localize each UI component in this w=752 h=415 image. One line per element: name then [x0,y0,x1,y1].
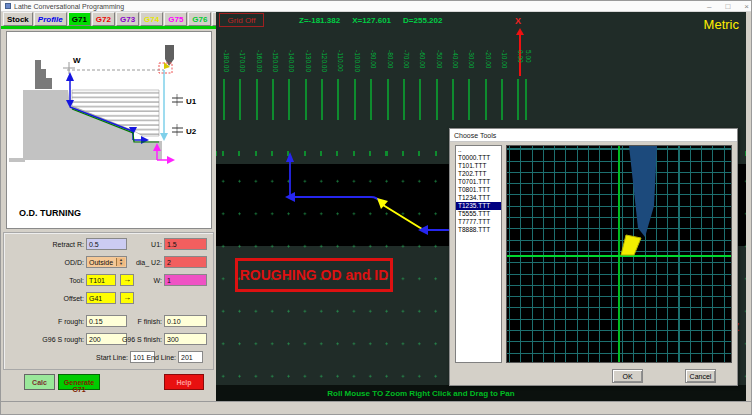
f-finish-field[interactable]: 0.10 [164,315,207,327]
tool-list-item[interactable]: T0701.TTT [456,178,501,186]
tab-g74[interactable]: G74 [140,12,163,26]
s-finish-field[interactable]: 300 [164,333,207,345]
tab-stock[interactable]: Stock [3,12,33,26]
tool-list-item[interactable]: .. [456,146,501,154]
tab-g75[interactable]: G75 [164,12,187,26]
diagram-title: O.D. TURNING [19,208,81,218]
tool-preview [506,145,732,363]
tick-label: -10.00 [501,50,508,68]
generate-g71-button[interactable]: Generate G71 [58,374,100,390]
tool-list-item[interactable]: T5555.TTT [456,210,501,218]
tick-label: -180.00 [223,50,230,72]
tick-label: -90.00 [370,50,377,68]
close-icon[interactable]: × [744,2,749,12]
tick-label: -30.00 [468,50,475,68]
tool-holder [629,146,657,237]
tick-label: -40.00 [452,50,459,68]
cancel-button[interactable]: Cancel [685,369,716,383]
tab-g73[interactable]: G73 [116,12,139,26]
tick-line [321,79,323,120]
readout-x: X=127.601 [352,16,391,25]
tab-bar: StockProfileG71G72G73G74G75G76DXFEdit [1,12,216,26]
tool-insert [621,235,641,255]
tool-list-item[interactable]: T0000.TTT [456,154,501,162]
tick-line [337,79,339,120]
tick-label: -160.00 [256,50,263,72]
tool-list-item[interactable]: T7777.TTT [456,218,501,226]
tick-line [272,79,274,120]
retract-r-label: Retract R: [6,241,84,248]
tab-g71[interactable]: G71 [68,12,91,26]
g71-parameter-form: Retract R: 0.5 U1: 1.5 OD/D: Outside ▲ ▼… [3,232,214,370]
u2-label: U2 [186,127,197,136]
tick-line [387,79,389,120]
tool-field[interactable]: T101 [86,274,116,286]
window-right-edge [746,12,752,401]
tab-g76[interactable]: G76 [188,12,211,26]
tick-line [436,79,438,120]
tick-line [517,79,519,120]
dialog-title: Choose Tools [450,129,737,142]
tick-line [501,79,503,120]
w-label: W [73,56,81,65]
ok-button[interactable]: OK [612,369,643,383]
tool-label: Tool: [6,277,84,284]
offset-label: Offset: [6,295,84,302]
calc-button[interactable]: Calc [24,374,55,390]
tool-list-item[interactable]: T101.TTT [456,162,501,170]
window-title: Lathe Conversational Programming [14,3,124,10]
dia-u2-field[interactable]: 2 [164,256,207,268]
chuck-jaw [35,60,52,89]
left-panel: StockProfileG71G72G73G74G75G76DXFEdit [1,12,216,401]
tool-list-item[interactable]: T8888.TTT [456,226,501,234]
end-line-field[interactable]: 201 [178,351,203,363]
tick-label: -20.00 [485,50,492,68]
tick-label: -50.00 [436,50,443,68]
tick-line [485,79,487,120]
stock-base [9,158,25,162]
tick-label: -130.00 [305,50,312,72]
u1-field-label: U1: [118,241,162,248]
units-label: Metric [704,17,739,32]
minimize-icon[interactable]: – [707,2,711,12]
tool-list-item[interactable]: T202.TTT [456,170,501,178]
w-field[interactable]: 1 [164,274,207,286]
tab-underline [1,26,216,29]
tick-line [419,79,421,120]
tick-line [354,79,356,120]
title-bar: Lathe Conversational Programming – □ × [1,1,752,12]
f-rough-label: F rough: [6,318,84,325]
f-finish-label: F finish: [118,318,162,325]
choose-tools-dialog: Choose Tools ..T0000.TTTT101.TTTT202.TTT… [449,128,738,386]
dia-u2-label: dia_ U2: [118,259,162,266]
tool-list-item[interactable]: T1234.TTT [456,194,501,202]
od-id-label: OD/D: [6,259,84,266]
tick-label: -170.00 [239,50,246,72]
start-line-label: Start Line: [64,354,128,361]
help-button[interactable]: Help [164,374,204,390]
tick-line [370,79,372,120]
position-readout: Z=-181.382 X=127.601 D=255.202 [299,16,442,25]
maximize-icon[interactable]: □ [725,2,730,12]
tick-label: -120.00 [321,50,328,72]
tool-list-item[interactable]: T1235.TTT [456,202,501,210]
tab-g72[interactable]: G72 [92,12,115,26]
tick-line [288,79,290,120]
tick-line [239,79,241,120]
tick-line [468,79,470,120]
offset-field[interactable]: G41 [86,292,116,304]
tick-label: 0.00 [517,50,524,63]
tick-line [452,79,454,120]
offset-picker-button[interactable]: → [120,292,134,304]
end-line-label: End Line: [134,354,176,361]
tick-line [256,79,258,120]
u1-field[interactable]: 1.5 [164,238,207,250]
app-icon [5,3,11,9]
tick-line [223,79,225,120]
tool-list[interactable]: ..T0000.TTTT101.TTTT202.TTTT0701.TTTT080… [455,145,502,363]
tab-profile[interactable]: Profile [34,12,67,26]
tick-label: -70.00 [403,50,410,68]
right-arrow-icon: → [123,293,131,302]
tool-list-item[interactable]: T0801.TTT [456,186,501,194]
grid-off-button[interactable]: Grid Off [219,13,264,27]
